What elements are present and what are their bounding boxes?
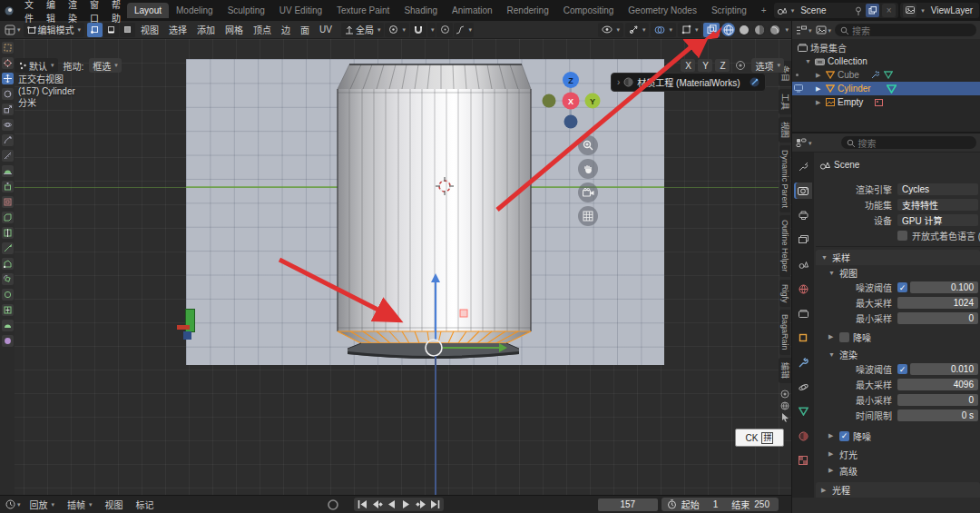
scene-name[interactable]: Scene <box>797 5 851 15</box>
globe-icon[interactable] <box>780 401 789 410</box>
orthographic-toggle-button[interactable] <box>578 206 598 226</box>
viewport-noise-field[interactable]: 0.100 <box>910 281 978 293</box>
menu-render[interactable]: 渲染 <box>62 0 83 27</box>
outliner-row-collection[interactable]: ▼ Collection <box>792 54 980 68</box>
cube-expand-icon[interactable]: ▶ <box>816 72 823 79</box>
workspace-tab-geometry-nodes[interactable]: Geometry Nodes <box>621 3 704 18</box>
workspace-tab-uv-editing[interactable]: UV Editing <box>272 3 329 18</box>
sidebar-tab-bagarain[interactable]: BagaRain <box>779 310 790 355</box>
tool-loop-cut[interactable] <box>2 227 14 239</box>
tab-material[interactable] <box>794 428 812 444</box>
viewport-gizmo-dropdown[interactable]: ▾ <box>678 23 702 37</box>
tool-preset-dropdown[interactable]: 默认▾ <box>15 58 58 73</box>
cylinder-expand-icon[interactable]: ▶ <box>816 85 823 93</box>
workspace-tab-texture-paint[interactable]: Texture Paint <box>329 3 397 18</box>
shading-wireframe-button[interactable] <box>721 23 735 36</box>
tab-world[interactable] <box>794 281 812 297</box>
sidebar-tab-edit[interactable]: 编辑 <box>779 358 792 383</box>
current-frame-field[interactable]: 157 <box>598 498 658 511</box>
sidebar-tab-dynamic-parent[interactable]: Dynamic Parent <box>779 145 790 212</box>
outliner-row-scene-collection[interactable]: 场景集合 <box>792 41 980 54</box>
menu-mesh[interactable]: 网格 <box>220 21 248 38</box>
outliner-filter-dropdown[interactable]: ▾ <box>816 25 832 35</box>
time-limit-field[interactable]: 0 s <box>897 409 978 421</box>
lights-header[interactable]: ▶灯光 <box>816 447 980 461</box>
shading-solid-button[interactable] <box>737 23 750 36</box>
outliner-row-empty[interactable]: ▶ Empty <box>792 95 980 109</box>
annotate-color-icon[interactable] <box>780 390 789 399</box>
view-menu[interactable]: 视图 <box>102 497 127 512</box>
workspace-tab-modeling[interactable]: Modeling <box>169 3 220 18</box>
next-keyframe-button[interactable] <box>414 498 427 510</box>
outliner-search[interactable]: 搜索 <box>835 24 976 36</box>
tool-extrude-region[interactable] <box>2 181 14 192</box>
visibility-dropdown[interactable]: ▾ <box>598 23 623 37</box>
empty-expand-icon[interactable]: ▶ <box>816 99 823 106</box>
sidebar-tab-rigfy[interactable]: Rigfy <box>779 280 790 308</box>
menu-face[interactable]: 面 <box>296 21 314 38</box>
pin-icon[interactable] <box>854 6 863 15</box>
menu-add[interactable]: 添加 <box>192 21 220 38</box>
scene-selector[interactable]: ▾ Scene × <box>774 3 899 18</box>
shading-rendered-button[interactable] <box>768 23 781 36</box>
menu-view[interactable]: 视图 <box>136 21 163 38</box>
workspace-tab-scripting[interactable]: Scripting <box>704 3 754 18</box>
viewlayer-name[interactable]: ViewLayer <box>927 5 977 15</box>
tool-rip-region[interactable] <box>2 335 14 347</box>
tool-smooth[interactable] <box>2 289 14 301</box>
tool-inset-faces[interactable] <box>2 196 14 208</box>
menu-vertex[interactable]: 顶点 <box>249 21 276 38</box>
drag-mode-dropdown[interactable]: 框选▾ <box>89 58 122 73</box>
render-noise-field[interactable]: 0.010 <box>910 363 978 375</box>
properties-editor-dropdown[interactable]: ▾ <box>796 138 812 148</box>
tool-cursor[interactable] <box>2 57 14 69</box>
tool-spin[interactable] <box>2 273 14 285</box>
delete-scene-button[interactable]: × <box>882 4 896 17</box>
viewport-denoise-header[interactable]: ▶ 降噪 <box>816 330 980 344</box>
tab-modifiers[interactable] <box>794 354 812 370</box>
blender-logo-icon[interactable] <box>4 5 15 16</box>
menu-edit[interactable]: 编辑 <box>40 0 62 27</box>
keying-menu[interactable]: 插帧▾ <box>64 497 96 512</box>
tool-shrink-fatten[interactable] <box>2 320 14 331</box>
viewport-noise-checkbox[interactable]: ✓ <box>897 282 907 292</box>
workspace-tab-rendering[interactable]: Rendering <box>500 3 556 18</box>
menu-uv[interactable]: UV <box>315 23 337 36</box>
tab-object-data[interactable] <box>794 403 812 419</box>
workspace-tab-shading[interactable]: Shading <box>397 3 445 18</box>
tool-knife[interactable] <box>2 242 14 254</box>
tool-measure[interactable] <box>2 150 14 162</box>
sampling-render-header[interactable]: ▼渲染 <box>816 347 980 361</box>
mirror-x-button[interactable]: X <box>681 59 695 72</box>
menu-file[interactable]: 文件 <box>18 0 40 27</box>
sidebar-tab-tool[interactable]: 工具 <box>779 89 792 114</box>
sidebar-tab-outline-helper[interactable]: Outline Helper <box>779 215 790 277</box>
menu-edge[interactable]: 边 <box>277 21 295 38</box>
menu-window[interactable]: 窗口 <box>83 0 105 27</box>
render-denoise-checkbox[interactable]: ✓ <box>839 431 849 441</box>
tab-tool[interactable] <box>794 158 812 174</box>
light-paths-section-header[interactable]: ▶光程 <box>816 482 980 498</box>
markers-menu[interactable]: 标记 <box>132 497 158 512</box>
tab-view-layer[interactable] <box>794 232 812 248</box>
material-breadcrumb[interactable]: › 材质工程 (MaterialWorks) <box>611 73 766 92</box>
cursor-arrow-icon[interactable] <box>781 413 789 422</box>
previous-keyframe-button[interactable] <box>370 498 384 510</box>
start-frame-field[interactable]: 1 <box>704 499 728 509</box>
overlays-dropdown[interactable]: ▾ <box>651 23 676 37</box>
end-frame-field[interactable]: 250 <box>754 499 773 509</box>
render-engine-select[interactable]: Cycles <box>897 183 978 195</box>
tab-physics[interactable] <box>794 379 812 395</box>
outliner-row-cylinder[interactable]: ▶ Cylinder <box>792 82 980 95</box>
workspace-tab-sculpting[interactable]: Sculpting <box>220 3 272 18</box>
outliner-display-dropdown[interactable]: ▾ <box>796 25 812 35</box>
render-max-samples-field[interactable]: 4096 <box>897 379 978 390</box>
viewport-3d[interactable]: 默认▾ 拖动: 框选▾ X Y Z 选项▾ 正交右视图 (157) Cylind… <box>0 39 791 495</box>
render-noise-checkbox[interactable]: ✓ <box>897 364 907 374</box>
tool-rotate[interactable] <box>2 88 14 100</box>
viewport-max-samples-field[interactable]: 1024 <box>897 297 978 309</box>
camera-view-button[interactable] <box>578 183 598 202</box>
workspace-tab-layout[interactable]: Layout <box>127 3 169 18</box>
tool-transform[interactable] <box>2 119 14 131</box>
mirror-z-button[interactable]: Z <box>715 59 730 72</box>
